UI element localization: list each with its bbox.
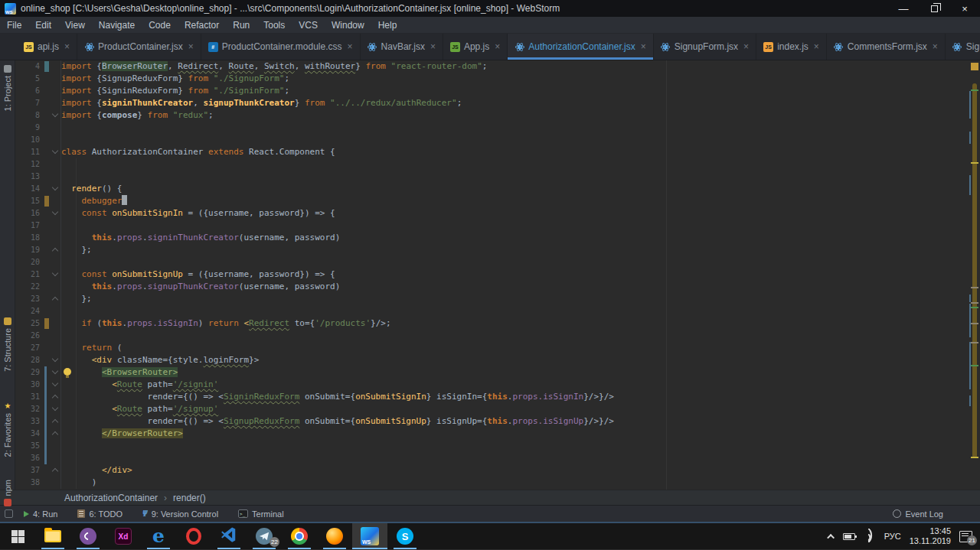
tab-app-js[interactable]: JSApp.js×: [443, 34, 508, 60]
tab-api-js[interactable]: JSapi.js×: [17, 34, 77, 60]
tool-window-button-run[interactable]: 4: Run: [24, 509, 57, 519]
taskbar-firefox[interactable]: [317, 523, 352, 549]
tab-authorizationcontainer-jsx[interactable]: AuthorizationContainer.jsx×: [508, 34, 653, 60]
taskbar-vscode[interactable]: [211, 523, 247, 549]
fold-marker-icon[interactable]: [52, 419, 58, 425]
code-line-16[interactable]: 16 const onSubmitSignIn = ({username, pa…: [15, 207, 980, 220]
fold-marker-icon[interactable]: [52, 405, 58, 411]
fold-marker-icon[interactable]: [52, 431, 58, 438]
tab-close-icon[interactable]: ×: [814, 41, 819, 52]
menu-item-window[interactable]: Window: [325, 18, 371, 32]
taskbar-webstorm[interactable]: [352, 523, 387, 549]
menu-item-file[interactable]: File: [0, 18, 28, 32]
code-line-30[interactable]: 30 <Route path='/signin': [15, 379, 980, 391]
taskbar-viber[interactable]: [70, 523, 106, 549]
menu-item-tools[interactable]: Tools: [256, 18, 292, 32]
code-line-38[interactable]: 38 ): [15, 477, 980, 489]
menu-item-code[interactable]: Code: [142, 18, 178, 32]
fold-marker-icon[interactable]: [52, 209, 58, 215]
clock[interactable]: 13:45 13.11.2019: [910, 526, 951, 546]
tab-index-js[interactable]: JSindex.js×: [756, 34, 827, 60]
code-line-32[interactable]: 32 <Route path='/signup': [15, 403, 980, 415]
fold-marker-icon[interactable]: [52, 270, 58, 276]
fold-marker-icon[interactable]: [52, 395, 58, 401]
intention-bulb-icon[interactable]: [64, 368, 71, 376]
tool-window-button-terminal[interactable]: >_Terminal: [238, 509, 284, 519]
fold-marker-icon[interactable]: [52, 248, 58, 254]
tab-close-icon[interactable]: ×: [64, 41, 70, 52]
fold-marker-icon[interactable]: [52, 297, 58, 303]
tab-productcontainer-module-css[interactable]: #ProductContainer.module.css×: [201, 34, 361, 60]
code-line-37[interactable]: 37 </div>: [15, 464, 980, 477]
wifi-icon[interactable]: [864, 532, 876, 541]
code-line-5[interactable]: 5import {SignupReduxForm} from "./Signup…: [15, 73, 980, 85]
tool-button-structure[interactable]: 7: Structure: [0, 317, 15, 372]
code-editor[interactable]: 4import {BrowserRouter, Redirect, Route,…: [15, 60, 980, 490]
taskbar-start[interactable]: [0, 523, 35, 549]
code-line-28[interactable]: 28 <div className={style.loginForm}>: [15, 354, 980, 366]
code-line-9[interactable]: 9: [15, 122, 980, 134]
code-line-31[interactable]: 31 render={() => <SigninReduxForm onSubm…: [15, 391, 980, 403]
tab-close-icon[interactable]: ×: [348, 41, 353, 52]
tool-window-switcher-icon[interactable]: [5, 509, 13, 518]
fold-marker-icon[interactable]: [52, 111, 58, 117]
tab-commentsform-jsx[interactable]: CommentsForm.jsx×: [827, 34, 946, 60]
code-line-22[interactable]: 22 this.props.signupThunkCreator(usernam…: [15, 281, 980, 293]
code-line-12[interactable]: 12: [15, 158, 980, 171]
tab-close-icon[interactable]: ×: [743, 41, 749, 52]
tab-close-icon[interactable]: ×: [430, 41, 436, 52]
fold-marker-icon[interactable]: [52, 380, 58, 386]
menu-item-navigate[interactable]: Navigate: [92, 18, 142, 32]
code-line-29[interactable]: 29 <BrowserRouter>: [15, 366, 980, 379]
battery-icon[interactable]: [843, 533, 855, 540]
fold-marker-icon[interactable]: [52, 184, 58, 190]
code-line-7[interactable]: 7import {signinThunkCreator, signupThunk…: [15, 97, 980, 109]
tab-close-icon[interactable]: ×: [495, 41, 500, 52]
tab-close-icon[interactable]: ×: [641, 41, 646, 52]
taskbar-edge[interactable]: e: [141, 523, 176, 549]
menu-item-edit[interactable]: Edit: [28, 18, 58, 32]
code-line-25[interactable]: 25 if (this.props.isSignIn) return <Redi…: [15, 317, 980, 330]
taskbar-explorer[interactable]: [35, 523, 70, 549]
event-log-button[interactable]: Event Log: [893, 509, 943, 519]
taskbar-telegram[interactable]: 22: [247, 523, 282, 549]
tool-window-button-todo[interactable]: 6: TODO: [77, 509, 122, 519]
tray-expand-icon[interactable]: [827, 533, 835, 541]
menu-item-view[interactable]: View: [58, 18, 92, 32]
breadcrumb-class[interactable]: AuthorizationContainer: [64, 493, 158, 503]
code-line-19[interactable]: 19 };: [15, 244, 980, 256]
code-line-14[interactable]: 14 render() {: [15, 183, 980, 195]
fold-marker-icon[interactable]: [52, 356, 58, 362]
taskbar-opera[interactable]: [176, 523, 211, 549]
tool-button-npm[interactable]: npm: [0, 480, 15, 506]
close-button[interactable]: ×: [949, 0, 980, 17]
menu-item-help[interactable]: Help: [371, 18, 404, 32]
code-line-33[interactable]: 33 render={() => <SignupReduxForm onSubm…: [15, 415, 980, 428]
code-line-24[interactable]: 24: [15, 305, 980, 317]
menu-item-run[interactable]: Run: [226, 18, 256, 32]
code-line-18[interactable]: 18 this.props.signinThunkCreator(usernam…: [15, 232, 980, 244]
tab-signupform-jsx[interactable]: SignupForm.jsx×: [654, 34, 756, 60]
tool-window-button-branch[interactable]: Ψ9: Version Control: [142, 509, 218, 519]
code-line-6[interactable]: 6import {SigninReduxForm} from "./Signin…: [15, 85, 980, 97]
code-line-27[interactable]: 27 return (: [15, 342, 980, 354]
fold-marker-icon[interactable]: [52, 368, 58, 374]
fold-marker-icon[interactable]: [52, 148, 58, 154]
code-line-4[interactable]: 4import {BrowserRouter, Redirect, Route,…: [15, 60, 980, 73]
error-stripe[interactable]: [969, 60, 980, 490]
tab-close-icon[interactable]: ×: [188, 41, 194, 52]
code-line-15[interactable]: 15 debugger: [15, 195, 980, 207]
language-indicator[interactable]: РУС: [884, 532, 901, 541]
tab-close-icon[interactable]: ×: [933, 41, 938, 52]
code-line-36[interactable]: 36: [15, 452, 980, 464]
code-line-23[interactable]: 23 };: [15, 293, 980, 305]
code-line-26[interactable]: 26: [15, 330, 980, 342]
taskbar-adobe-xd[interactable]: Xd: [106, 523, 141, 549]
code-line-34[interactable]: 34 </BrowserRouter>: [15, 428, 980, 440]
breadcrumb-method[interactable]: render(): [173, 493, 206, 503]
code-line-20[interactable]: 20: [15, 256, 980, 268]
menu-item-refactor[interactable]: Refactor: [178, 18, 226, 32]
restore-button[interactable]: [919, 0, 949, 17]
menu-item-vcs[interactable]: VCS: [292, 18, 325, 32]
tab-navbar-jsx[interactable]: NavBar.jsx×: [361, 34, 443, 60]
